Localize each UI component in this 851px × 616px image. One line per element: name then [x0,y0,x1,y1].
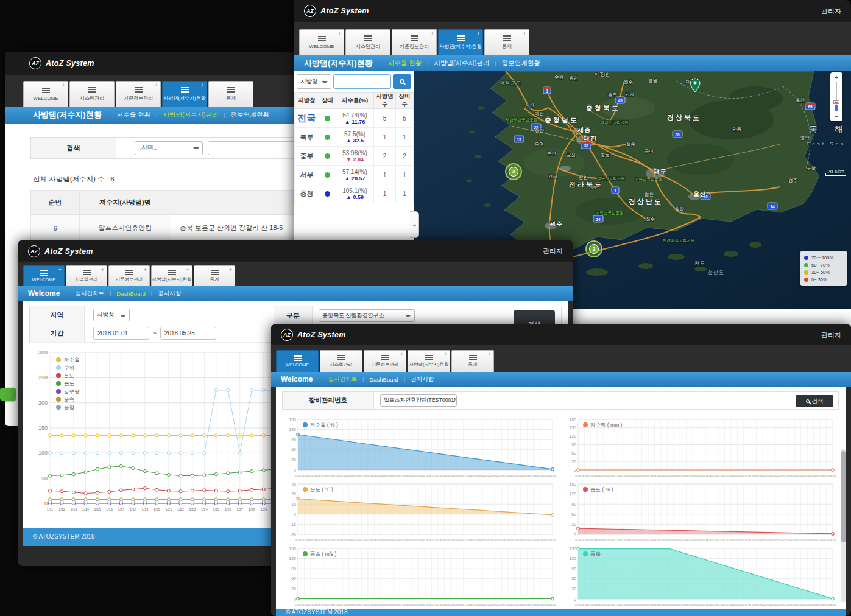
group-select[interactable]: 충청북도 산림환경연구소 [319,309,415,322]
tab-new-icon[interactable]: + [186,267,189,273]
tab-new-icon[interactable]: + [247,82,250,88]
tab-new-icon[interactable]: + [144,267,147,273]
zoom-out-button[interactable]: − [835,113,838,120]
cluster-marker[interactable]: 2 [586,241,602,257]
table-row[interactable]: 서부57.14(%)▲ 28.5711 [295,166,414,184]
tab-new-icon[interactable]: + [58,267,62,273]
tab-시스템관리[interactable]: +시스템관리 [66,265,107,286]
tab-new-icon[interactable]: + [356,351,359,357]
tab-new-icon[interactable]: + [101,267,104,273]
tab-사방댐(저수지)현황[interactable]: +사방댐(저수지)현황 [408,350,450,372]
tab-new-icon[interactable]: + [523,30,526,37]
search-type-select[interactable]: ::선택:: [135,141,203,155]
user-name[interactable]: 관리자 [543,247,563,256]
cell-region: 충청 [295,184,319,203]
tab-WELCOME[interactable]: +WELCOME [23,81,68,107]
tab-new-icon[interactable]: + [444,351,447,357]
subnav-link-저수율 현황[interactable]: 저수율 현황 [388,59,422,68]
tab-시스템관리[interactable]: +시스템관리 [320,350,362,372]
svg-text:13:00: 13:00 [439,603,445,606]
tab-new-icon[interactable]: + [477,30,480,37]
tab-WELCOME[interactable]: +WELCOME [276,350,319,372]
table-row[interactable]: 북부57.5(%)▲ 32.511 [295,128,414,147]
svg-text:06:00: 06:00 [549,603,556,606]
search-button[interactable] [393,74,411,89]
svg-text:11:00: 11:00 [425,474,432,477]
subnav-link-사방댐(저수지)관리[interactable]: 사방댐(저수지)관리 [163,111,218,119]
svg-text:05:00: 05:00 [543,539,549,542]
svg-text:22:00: 22:00 [777,603,784,606]
tab-시스템관리[interactable]: +시스템관리 [69,81,115,107]
zoom-slider-handle[interactable] [833,100,839,104]
subnav-link-정보연계현황[interactable]: 정보연계현황 [502,59,540,68]
region-select[interactable]: 지방청 [93,309,130,321]
cell-dam-count: 1 [374,184,396,203]
region-search-input[interactable] [333,74,391,89]
tab-시스템관리[interactable]: +시스템관리 [345,29,390,55]
device-select[interactable]: 알프스자연휴양림(TEST0001N00 [380,394,457,407]
search-button[interactable]: 검색 [796,395,833,407]
region-select[interactable]: 지방청 [297,74,331,89]
date-to-input[interactable] [160,327,216,340]
scrollbar-thumb[interactable] [841,451,846,542]
tab-new-icon[interactable]: + [201,82,204,88]
tab-사방댐(저수지)현황[interactable]: +사방댐(저수지)현황 [438,29,483,55]
subnav-link-공지사항[interactable]: 공지사항 [158,290,181,298]
subnav-link-DashBoard[interactable]: DashBoard [369,376,398,383]
svg-text:22:00: 22:00 [497,603,504,606]
zoom-in-button[interactable]: + [835,74,838,81]
tab-기준정보관리[interactable]: +기준정보관리 [108,265,150,286]
subnav-link-실시간차트[interactable]: 실시간차트 [328,376,357,383]
subnav-link-정보연계현황[interactable]: 정보연계현황 [231,111,269,119]
cell-rate: 57.5(%)▲ 32.5 [336,128,374,147]
search-input[interactable] [208,141,298,155]
scrollbar[interactable] [841,449,846,602]
tab-new-icon[interactable]: + [108,82,111,88]
svg-text:04:00: 04:00 [380,539,386,542]
table-row[interactable]: 충청105.1(%)▲ 0.5911 [295,184,414,203]
map-label-town: 부여 [535,141,544,147]
zoom-slider[interactable] [836,82,837,111]
tab-기준정보관리[interactable]: +기준정보관리 [364,350,406,372]
tab-new-icon[interactable]: + [488,351,491,357]
tab-통계[interactable]: +통계 [484,29,529,55]
tab-통계[interactable]: +통계 [208,81,253,107]
tab-기준정보관리[interactable]: +기준정보관리 [392,29,437,55]
svg-text:10:00: 10:00 [418,539,425,542]
tab-new-icon[interactable]: + [338,30,341,37]
table-row[interactable]: 중부53.98(%)▼ 2.8422 [295,147,414,166]
realtime-chart-grid: 030609012015015:0016:0017:0018:0019:0020… [282,410,839,607]
subnav-link-저수율 현황[interactable]: 저수율 현황 [117,111,150,119]
subnav-link-실시간차트[interactable]: 실시간차트 [75,290,104,298]
tab-WELCOME[interactable]: +WELCOME [299,29,344,55]
svg-text:07:00: 07:00 [399,603,406,606]
user-name[interactable]: 관리자 [821,331,841,340]
tab-new-icon[interactable]: + [384,30,387,37]
tab-new-icon[interactable]: + [155,82,158,88]
tab-기준정보관리[interactable]: +기준정보관리 [116,81,161,107]
tab-new-icon[interactable]: + [62,82,65,88]
svg-text:15:00: 15:00 [732,603,738,606]
cell-region: 북부 [295,128,319,147]
date-from-input[interactable] [93,327,149,340]
subnav-link-공지사항[interactable]: 공지사항 [411,376,434,383]
cluster-marker[interactable]: 3 [506,164,521,180]
tab-통계[interactable]: +통계 [194,265,235,286]
tab-new-icon[interactable]: + [431,30,434,37]
panel-collapse-button[interactable]: ◀ [410,211,419,238]
subnav-link-사방댐(저수지)관리[interactable]: 사방댐(저수지)관리 [434,59,489,68]
search-icon [400,79,404,84]
table-row[interactable]: 전국54.74(%)▲ 11.7655 [295,109,414,128]
tab-사방댐(저수지)현황[interactable]: +사방댐(저수지)현황 [162,81,207,107]
tab-통계[interactable]: +통계 [451,350,494,372]
tab-WELCOME[interactable]: +WELCOME [23,265,65,286]
user-name[interactable]: 관리자 [821,7,841,16]
tab-사방댐(저수지)현황[interactable]: +사방댐(저수지)현황 [151,265,192,286]
subnav-link-DashBoard[interactable]: DashBoard [116,290,146,297]
tab-new-icon[interactable]: + [313,351,316,357]
tab-new-icon[interactable]: + [229,267,232,273]
table-row[interactable]: 6 알프스자연휴양림 충북 보은군 산외면 장갈리 산 18-5 [31,215,299,242]
svg-text:07:00: 07:00 [399,474,406,477]
svg-text:12:00: 12:00 [712,603,719,606]
tab-new-icon[interactable]: + [400,351,403,357]
